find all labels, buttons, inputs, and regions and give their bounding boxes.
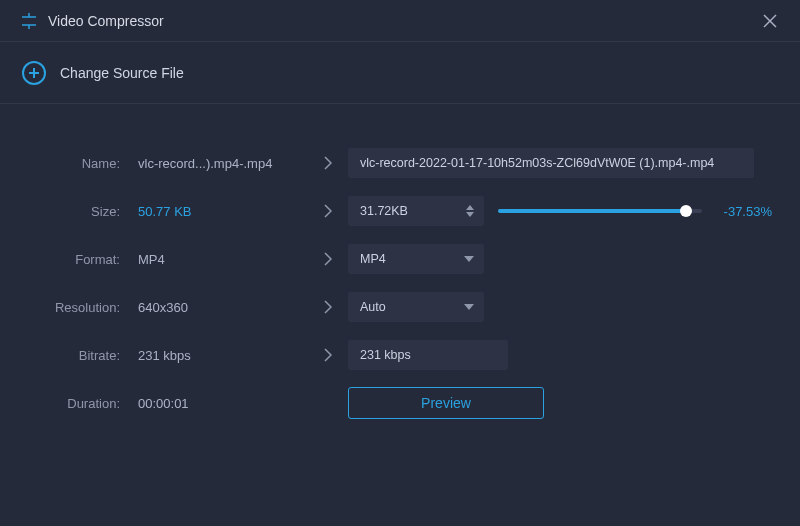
format-select[interactable]: MP4 bbox=[348, 244, 484, 274]
label-name: Name: bbox=[28, 156, 138, 171]
bitrate-input[interactable] bbox=[348, 340, 508, 370]
row-format: Format: MP4 MP4 bbox=[28, 235, 772, 283]
titlebar: Video Compressor bbox=[0, 0, 800, 42]
close-button[interactable] bbox=[760, 11, 780, 31]
change-source-row[interactable]: Change Source File bbox=[0, 42, 800, 104]
label-bitrate: Bitrate: bbox=[28, 348, 138, 363]
duration-value: 00:00:01 bbox=[138, 396, 308, 411]
chevron-right-icon bbox=[308, 348, 348, 362]
row-name: Name: vlc-record...).mp4-.mp4 bbox=[28, 139, 772, 187]
format-select-value: MP4 bbox=[360, 252, 386, 266]
row-size: Size: 50.77 KB -37.53% bbox=[28, 187, 772, 235]
close-icon bbox=[763, 14, 777, 28]
resolution-original: 640x360 bbox=[138, 300, 308, 315]
resolution-select-value: Auto bbox=[360, 300, 386, 314]
compress-icon bbox=[20, 12, 38, 30]
slider-thumb[interactable] bbox=[680, 205, 692, 217]
size-slider[interactable] bbox=[498, 209, 702, 213]
row-duration: Duration: 00:00:01 Preview bbox=[28, 379, 772, 427]
form: Name: vlc-record...).mp4-.mp4 Size: 50.7… bbox=[0, 104, 800, 447]
row-resolution: Resolution: 640x360 Auto bbox=[28, 283, 772, 331]
preview-button[interactable]: Preview bbox=[348, 387, 544, 419]
label-size: Size: bbox=[28, 204, 138, 219]
size-percent: -37.53% bbox=[716, 204, 772, 219]
change-source-label: Change Source File bbox=[60, 65, 184, 81]
resolution-select[interactable]: Auto bbox=[348, 292, 484, 322]
size-original: 50.77 KB bbox=[138, 204, 308, 219]
chevron-down-icon bbox=[464, 304, 474, 310]
name-input[interactable] bbox=[348, 148, 754, 178]
format-original: MP4 bbox=[138, 252, 308, 267]
size-stepper[interactable] bbox=[348, 196, 484, 226]
chevron-right-icon bbox=[308, 204, 348, 218]
chevron-down-icon bbox=[464, 256, 474, 262]
stepper-down-icon[interactable] bbox=[466, 212, 474, 217]
chevron-right-icon bbox=[308, 300, 348, 314]
name-short: vlc-record...).mp4-.mp4 bbox=[138, 156, 308, 171]
chevron-right-icon bbox=[308, 156, 348, 170]
row-bitrate: Bitrate: 231 kbps bbox=[28, 331, 772, 379]
plus-circle-icon bbox=[22, 61, 46, 85]
label-format: Format: bbox=[28, 252, 138, 267]
stepper-up-icon[interactable] bbox=[466, 205, 474, 210]
label-resolution: Resolution: bbox=[28, 300, 138, 315]
bitrate-original: 231 kbps bbox=[138, 348, 308, 363]
label-duration: Duration: bbox=[28, 396, 138, 411]
window-title: Video Compressor bbox=[48, 13, 760, 29]
chevron-right-icon bbox=[308, 252, 348, 266]
